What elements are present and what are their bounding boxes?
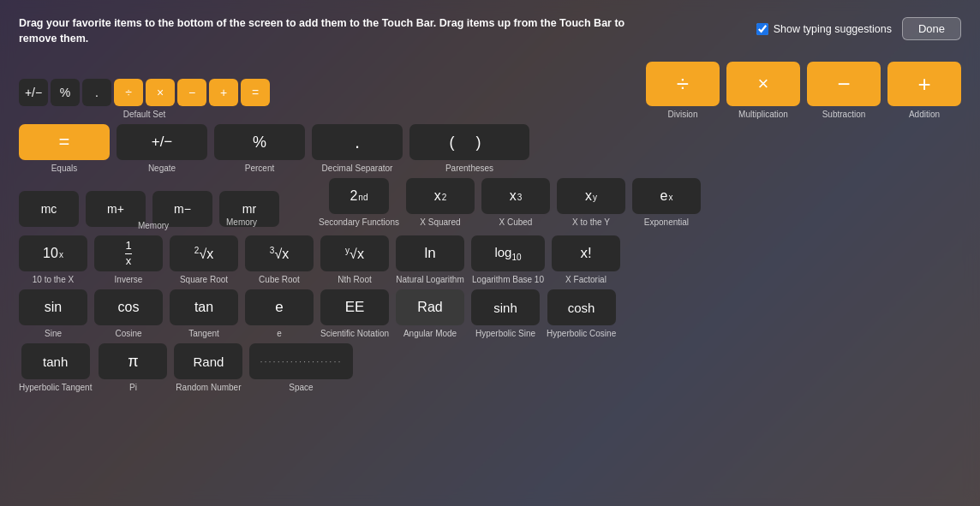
item-negate: +/− Negate — [117, 124, 207, 173]
xtoy-label: X to the Y — [572, 217, 610, 227]
item-xtoy: xy X to the Y — [557, 178, 625, 227]
item-tanh: tanh Hyperbolic Tangent — [19, 343, 92, 392]
nthrt-label: Nth Root — [338, 275, 371, 284]
item-xsquared: x2 X Squared — [406, 178, 475, 227]
tentox-label: 10 to the X — [33, 275, 74, 284]
btn-percent-small[interactable]: % — [51, 79, 80, 106]
show-typing-label[interactable]: Show typing suggestions — [756, 23, 892, 35]
secondary-label: Secondary Functions — [319, 217, 399, 227]
btn-rad[interactable]: Rad — [396, 289, 464, 325]
btn-equals-small[interactable]: = — [241, 79, 270, 106]
btn-decimal[interactable]: . — [312, 124, 403, 160]
btn-exp[interactable]: ex — [632, 178, 701, 214]
btn-rand[interactable]: Rand — [174, 343, 242, 379]
tanh-label: Hyperbolic Tangent — [19, 383, 92, 392]
xsquared-label: X Squared — [420, 217, 460, 227]
btn-xtoy[interactable]: xy — [557, 178, 625, 214]
item-nthrt: y√x Nth Root — [320, 235, 389, 284]
done-button[interactable]: Done — [902, 17, 961, 40]
row-trig: sin Sine cos Cosine tan Tangent e e EE S… — [19, 289, 961, 338]
btn-percent[interactable]: % — [214, 124, 305, 160]
btn-sin[interactable]: sin — [19, 289, 87, 325]
item-equals: = Equals — [19, 124, 110, 173]
btn-space[interactable]: ··················· — [249, 343, 352, 379]
btn-xfact[interactable]: x! — [552, 235, 620, 271]
multiplication-label: Multiplication — [738, 110, 788, 119]
item-inverse: 1x Inverse — [94, 235, 163, 284]
btn-secondary-text: 2nd — [350, 188, 368, 204]
default-set-buttons: +/− % . ÷ × − + = — [19, 79, 270, 106]
exp-label: Exponential — [644, 217, 689, 227]
ee-label: Scientific Notation — [320, 329, 389, 338]
item-multiplication: × Multiplication — [726, 62, 800, 119]
btn-subtraction[interactable]: − — [807, 62, 881, 106]
btn-multiplication[interactable]: × — [726, 62, 800, 106]
sinh-label: Hyperbolic Sine — [475, 329, 535, 338]
btn-secondary[interactable]: 2nd — [329, 178, 389, 214]
btn-nthrt[interactable]: y√x — [320, 235, 389, 271]
btn-tentox[interactable]: 10x — [19, 235, 87, 271]
btn-e[interactable]: e — [245, 289, 314, 325]
item-ln: ln Natural Logarithm — [396, 235, 464, 284]
btn-pi[interactable]: π — [99, 343, 167, 379]
btn-tan[interactable]: tan — [170, 289, 238, 325]
item-rad: Rad Angular Mode — [396, 289, 464, 338]
btn-xsquared[interactable]: x2 — [406, 178, 475, 214]
row-basic: = Equals +/− Negate % Percent . Decimal … — [19, 124, 961, 173]
btn-plus-minus[interactable]: +/− — [19, 79, 48, 106]
item-percent: % Percent — [214, 124, 305, 173]
btn-sqrt[interactable]: 2√x — [170, 235, 238, 271]
percent-label: Percent — [245, 164, 274, 173]
btn-dot[interactable]: . — [82, 79, 111, 106]
item-tan: tan Tangent — [170, 289, 238, 338]
item-xfact: x! X Factorial — [552, 235, 620, 284]
item-cosh: cosh Hyperbolic Cosine — [547, 289, 616, 338]
xcubed-label: X Cubed — [499, 217, 532, 227]
btn-parentheses[interactable]: ( ) — [409, 124, 529, 160]
btn-tanh[interactable]: tanh — [21, 343, 90, 379]
btn-division[interactable]: ÷ — [646, 62, 720, 106]
btn-multiply-small[interactable]: × — [146, 79, 175, 106]
btn-minus-small[interactable]: − — [177, 79, 206, 106]
btn-plus-small[interactable]: + — [209, 79, 238, 106]
item-space: ··················· Space — [249, 343, 352, 392]
item-parentheses: ( ) Parentheses — [409, 124, 529, 173]
item-xcubed: x3 X Cubed — [481, 178, 550, 227]
btn-ln[interactable]: ln — [396, 235, 464, 271]
cos-label: Cosine — [115, 329, 141, 338]
item-exp: ex Exponential — [632, 178, 701, 227]
btn-cbrt[interactable]: 3√x — [245, 235, 314, 271]
btn-ee[interactable]: EE — [320, 289, 389, 325]
btn-cos[interactable]: cos — [94, 289, 163, 325]
btn-inverse[interactable]: 1x — [94, 235, 163, 271]
btn-equals[interactable]: = — [19, 124, 110, 160]
row-last: tanh Hyperbolic Tangent π Pi Rand Random… — [19, 343, 961, 392]
btn-xcubed[interactable]: x3 — [481, 178, 550, 214]
btn-cosh[interactable]: cosh — [547, 289, 616, 325]
instruction-text: Drag your favorite items to the bottom o… — [19, 15, 624, 46]
memory-label-display: Memory — [138, 221, 169, 230]
btn-negate[interactable]: +/− — [117, 124, 207, 160]
rand-label: Random Number — [176, 383, 241, 392]
inverse-label: Inverse — [115, 275, 143, 284]
btn-divide-small[interactable]: ÷ — [114, 79, 143, 106]
btn-addition[interactable]: + — [887, 62, 961, 106]
item-rand: Rand Random Number — [174, 343, 242, 392]
pi-label: Pi — [129, 383, 137, 392]
sqrt-label: Square Root — [180, 275, 228, 284]
division-label: Division — [667, 110, 697, 119]
item-default-set: +/− % . ÷ × − + = Default Set — [19, 79, 270, 119]
item-decimal: . Decimal Separator — [312, 124, 403, 173]
item-addition: + Addition — [887, 62, 961, 119]
btn-sinh[interactable]: sinh — [471, 289, 540, 325]
header-controls: Show typing suggestions Done — [756, 17, 961, 40]
item-e: e e — [245, 289, 314, 338]
e-label: e — [277, 329, 282, 338]
row-math: 10x 10 to the X 1x Inverse 2√x Square Ro… — [19, 235, 961, 284]
xfact-label: X Factorial — [565, 275, 607, 284]
show-typing-checkbox[interactable] — [756, 23, 768, 35]
space-label: Space — [289, 383, 313, 392]
rad-label: Angular Mode — [403, 329, 457, 338]
btn-log10[interactable]: log10 — [471, 235, 545, 271]
item-log10: log10 Logarithm Base 10 — [471, 235, 545, 284]
